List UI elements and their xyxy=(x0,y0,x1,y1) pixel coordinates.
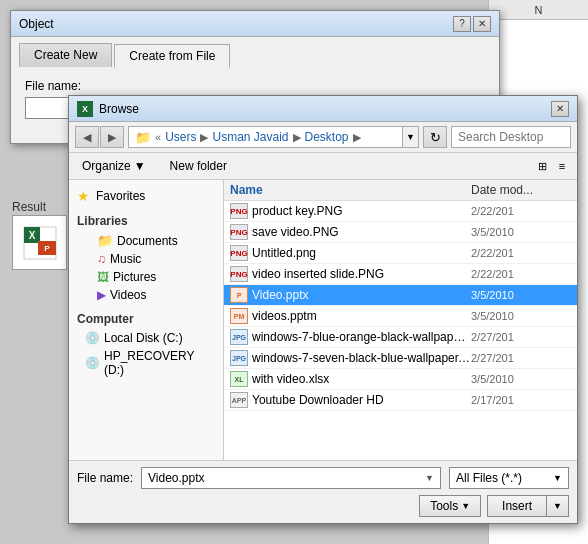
computer-section: Computer 💿 Local Disk (C:) 💿 HP_RECOVERY… xyxy=(73,312,219,379)
file-name-cell: Youtube Downloader HD xyxy=(252,393,471,407)
insert-button-group: Insert ▼ xyxy=(487,495,569,517)
file-type-icon: PM xyxy=(230,308,248,324)
browse-dialog: X Browse ✕ ◀ ▶ 📁 « Users ▶ Usman Javaid … xyxy=(68,95,578,524)
favorites-section: ★ Favorites xyxy=(73,186,219,206)
svg-text:P: P xyxy=(44,244,50,253)
file-type-icon: XL xyxy=(230,371,248,387)
refresh-button[interactable]: ↻ xyxy=(423,126,447,148)
browse-title: X Browse xyxy=(77,101,139,117)
view-options: ⊞ ≡ xyxy=(533,157,571,175)
file-date-cell: 2/22/201 xyxy=(471,268,571,280)
tree-pictures[interactable]: 🖼 Pictures xyxy=(73,268,219,286)
tree-documents[interactable]: 📁 Documents xyxy=(73,231,219,250)
tab-create-from-file[interactable]: Create from File xyxy=(114,44,230,68)
file-date-cell: 2/22/201 xyxy=(471,247,571,259)
pictures-icon: 🖼 xyxy=(97,270,109,284)
file-row[interactable]: PNGsave video.PNG3/5/2010 xyxy=(224,222,577,243)
result-label: Result xyxy=(12,200,46,214)
file-toolbar: Organize ▼ New folder ⊞ ≡ xyxy=(69,153,577,180)
file-name-cell: Video.pptx xyxy=(252,288,471,302)
filename-dropdown-arrow: ▼ xyxy=(425,473,434,483)
help-button[interactable]: ? xyxy=(453,16,471,32)
close-button[interactable]: ✕ xyxy=(473,16,491,32)
dialog-controls: ? ✕ xyxy=(453,16,491,32)
insert-dropdown-button[interactable]: ▼ xyxy=(546,495,569,517)
address-bar: ◀ ▶ 📁 « Users ▶ Usman Javaid ▶ Desktop ▶… xyxy=(69,122,577,153)
file-row[interactable]: JPGwindows-7-blue-orange-black-wallpaper… xyxy=(224,327,577,348)
bottom-filename-field[interactable]: Video.pptx ▼ xyxy=(141,467,441,489)
favorites-item[interactable]: ★ Favorites xyxy=(73,186,219,206)
tab-create-new[interactable]: Create New xyxy=(19,43,112,67)
computer-header: Computer xyxy=(77,312,215,326)
file-name-cell: windows-7-blue-orange-black-wallpaper... xyxy=(252,330,471,344)
file-type-icon: PNG xyxy=(230,245,248,261)
col-date-header[interactable]: Date mod... xyxy=(471,183,571,197)
file-row[interactable]: PNGvideo inserted slide.PNG2/22/201 xyxy=(224,264,577,285)
file-list: PNGproduct key.PNG2/22/201PNGsave video.… xyxy=(224,201,577,411)
file-list-header: Name Date mod... xyxy=(224,180,577,201)
file-row[interactable]: PVideo.pptx3/5/2010 xyxy=(224,285,577,306)
videos-icon: ▶ xyxy=(97,288,106,302)
file-date-cell: 3/5/2010 xyxy=(471,226,571,238)
tree-music[interactable]: ♫ Music xyxy=(73,250,219,268)
file-type-icon: JPG xyxy=(230,329,248,345)
right-panel: Name Date mod... PNGproduct key.PNG2/22/… xyxy=(224,180,577,460)
libraries-section: Libraries 📁 Documents ♫ Music 🖼 Pictures… xyxy=(73,214,219,304)
file-name-cell: save video.PNG xyxy=(252,225,471,239)
tab-bar: Create New Create from File xyxy=(11,37,499,67)
path-desktop[interactable]: Desktop xyxy=(305,130,349,144)
file-row[interactable]: APPYoutube Downloader HD2/17/201 xyxy=(224,390,577,411)
file-row[interactable]: PNGproduct key.PNG2/22/201 xyxy=(224,201,577,222)
new-folder-button[interactable]: New folder xyxy=(161,156,236,176)
path-icon: 📁 xyxy=(135,130,151,145)
insert-button[interactable]: Insert xyxy=(487,495,546,517)
file-type-icon: PNG xyxy=(230,203,248,219)
view-icon-1[interactable]: ⊞ xyxy=(533,157,551,175)
disk-d-icon: 💿 xyxy=(85,356,100,370)
file-row[interactable]: XLwith video.xlsx3/5/2010 xyxy=(224,369,577,390)
file-date-cell: 3/5/2010 xyxy=(471,289,571,301)
organize-button[interactable]: Organize ▼ xyxy=(75,156,153,176)
tools-button[interactable]: Tools ▼ xyxy=(419,495,481,517)
path-users[interactable]: Users xyxy=(165,130,196,144)
file-type-icon: PNG xyxy=(230,266,248,282)
star-icon: ★ xyxy=(77,188,90,204)
browse-dialog-controls: ✕ xyxy=(551,101,569,117)
file-row[interactable]: PMvideos.pptm3/5/2010 xyxy=(224,306,577,327)
view-icon-2[interactable]: ≡ xyxy=(553,157,571,175)
file-row[interactable]: JPGwindows-7-seven-black-blue-wallpaper.… xyxy=(224,348,577,369)
file-name-cell: video inserted slide.PNG xyxy=(252,267,471,281)
folder-icon: 📁 xyxy=(97,233,113,248)
music-icon: ♫ xyxy=(97,252,106,266)
disk-c-icon: 💿 xyxy=(85,331,100,345)
file-date-cell: 2/27/201 xyxy=(471,352,571,364)
organize-arrow-icon: ▼ xyxy=(134,159,146,173)
file-type-icon: P xyxy=(230,287,248,303)
search-input[interactable] xyxy=(451,126,571,148)
browse-titlebar: X Browse ✕ xyxy=(69,96,577,122)
file-date-cell: 3/5/2010 xyxy=(471,373,571,385)
filetype-select[interactable]: All Files (*.*) ▼ xyxy=(449,467,569,489)
left-panel: ★ Favorites Libraries 📁 Documents ♫ Musi… xyxy=(69,180,224,460)
svg-text:X: X xyxy=(28,230,35,241)
file-type-icon: JPG xyxy=(230,350,248,366)
browse-close-button[interactable]: ✕ xyxy=(551,101,569,117)
file-name-cell: product key.PNG xyxy=(252,204,471,218)
back-button[interactable]: ◀ xyxy=(75,126,99,148)
tree-local-disk[interactable]: 💿 Local Disk (C:) xyxy=(73,329,219,347)
path-dropdown[interactable]: ▼ xyxy=(403,126,419,148)
bottom-row1: File name: Video.pptx ▼ All Files (*.*) … xyxy=(77,467,569,489)
file-name-cell: with video.xlsx xyxy=(252,372,471,386)
excel-icon: X xyxy=(77,101,93,117)
path-user[interactable]: Usman Javaid xyxy=(212,130,288,144)
col-name-header[interactable]: Name xyxy=(230,183,471,197)
bottom-row2: Tools ▼ Insert ▼ xyxy=(77,495,569,517)
file-type-icon: PNG xyxy=(230,224,248,240)
address-path[interactable]: 📁 « Users ▶ Usman Javaid ▶ Desktop ▶ xyxy=(128,126,403,148)
tree-videos[interactable]: ▶ Videos xyxy=(73,286,219,304)
forward-button[interactable]: ▶ xyxy=(100,126,124,148)
file-row[interactable]: PNGUntitled.png2/22/201 xyxy=(224,243,577,264)
tree-recovery[interactable]: 💿 HP_RECOVERY (D:) xyxy=(73,347,219,379)
filetype-arrow-icon: ▼ xyxy=(553,473,562,483)
file-date-cell: 2/27/201 xyxy=(471,331,571,343)
